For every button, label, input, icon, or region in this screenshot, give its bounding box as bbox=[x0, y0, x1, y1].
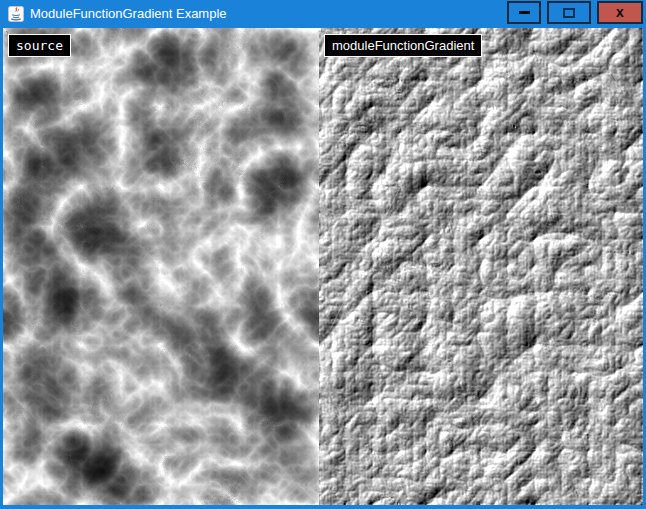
minimize-icon bbox=[519, 11, 530, 14]
maximize-button[interactable] bbox=[547, 1, 591, 24]
window-title: ModuleFunctionGradient Example bbox=[30, 0, 227, 28]
source-image-panel: source bbox=[3, 28, 319, 505]
maximize-icon bbox=[563, 8, 575, 18]
minimize-button[interactable] bbox=[507, 1, 541, 24]
window-controls: x bbox=[507, 1, 643, 24]
close-button[interactable]: x bbox=[597, 1, 643, 24]
source-label: source bbox=[8, 34, 71, 57]
gradient-label: moduleFunctionGradient bbox=[324, 34, 482, 57]
app-window: ModuleFunctionGradient Example x bbox=[0, 0, 646, 509]
titlebar[interactable]: ModuleFunctionGradient Example x bbox=[0, 0, 646, 28]
gradient-image-panel: moduleFunctionGradient bbox=[319, 28, 643, 505]
java-coffee-cup-icon bbox=[8, 6, 24, 22]
gradient-noise-image bbox=[319, 28, 643, 505]
close-icon: x bbox=[616, 5, 624, 19]
source-noise-image bbox=[3, 28, 319, 505]
window-content: source bbox=[0, 28, 646, 509]
